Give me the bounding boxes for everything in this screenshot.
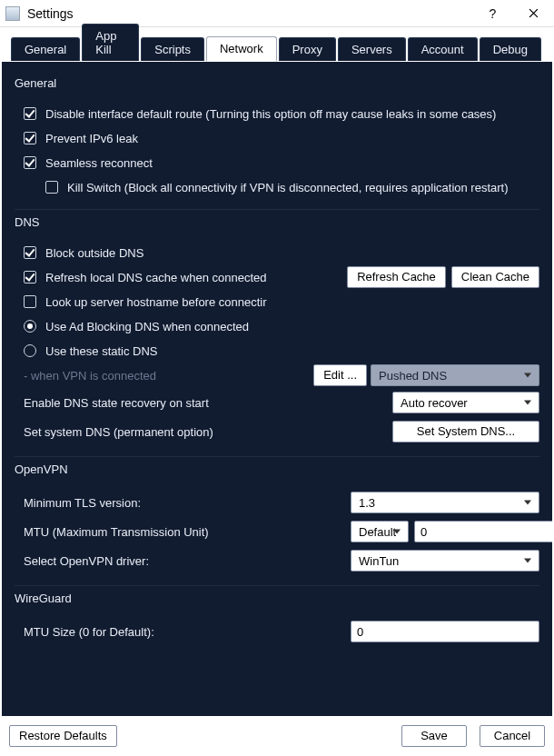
close-button[interactable] <box>513 0 554 27</box>
label-openvpn-driver: Select OpenVPN driver: <box>15 554 149 568</box>
checkbox-disable-route[interactable] <box>24 107 36 120</box>
tab-label: Proxy <box>292 43 322 56</box>
openvpn-driver-select[interactable]: WinTun <box>351 550 539 572</box>
set-system-dns-button[interactable]: Set System DNS... <box>392 421 539 443</box>
openvpn-mtu-input[interactable] <box>414 521 552 542</box>
label-use-adblock-dns: Use Ad Blocking DNS when connected <box>45 320 249 333</box>
section-wireguard: MTU Size (0 for Default): <box>15 611 539 656</box>
dns-recovery-select[interactable]: Auto recover <box>392 392 539 413</box>
select-value: Pushed DNS <box>379 369 447 383</box>
save-button[interactable]: Save <box>401 725 467 747</box>
select-value: 1.3 <box>359 496 375 510</box>
edit-dns-button[interactable]: Edit ... <box>313 364 367 386</box>
label-wireguard-mtu: MTU Size (0 for Default): <box>15 625 154 639</box>
tab-servers[interactable]: Servers <box>338 37 406 61</box>
tab-general[interactable]: General <box>11 37 80 61</box>
tab-app-kill[interactable]: App Kill <box>82 24 139 61</box>
close-icon <box>529 8 539 18</box>
label-lookup-hostname: Look up server hostname before connectir <box>45 295 267 309</box>
clean-cache-button[interactable]: Clean Cache <box>451 266 539 288</box>
section-title-dns: DNS <box>15 215 539 229</box>
section-general: Disable interface default route (Turning… <box>15 95 539 210</box>
tab-label: Scripts <box>154 43 191 56</box>
checkbox-seamless-reconnect[interactable] <box>24 156 36 169</box>
restore-defaults-button[interactable]: Restore Defaults <box>9 725 117 747</box>
checkbox-prevent-ipv6[interactable] <box>24 132 36 144</box>
tab-label: General <box>25 43 66 56</box>
section-title-general: General <box>15 76 539 90</box>
label-block-outside-dns: Block outside DNS <box>45 246 143 260</box>
label-when-vpn-connected: - when VPN is connected <box>24 369 156 383</box>
tab-label: App Kill <box>95 29 116 56</box>
min-tls-select[interactable]: 1.3 <box>351 492 539 513</box>
label-kill-switch: Kill Switch (Block all connectivity if V… <box>67 181 509 194</box>
label-set-system-dns: Set system DNS (permanent option) <box>15 425 213 439</box>
radio-use-static-dns[interactable] <box>24 344 36 357</box>
tab-label: Account <box>421 43 464 56</box>
checkbox-refresh-local-dns[interactable] <box>24 271 36 284</box>
section-title-wireguard: WireGuard <box>15 592 539 605</box>
section-dns: Block outside DNS Refresh local DNS cach… <box>15 234 539 457</box>
radio-use-adblock-dns[interactable] <box>24 320 36 333</box>
label-seamless-reconnect: Seamless reconnect <box>45 156 153 170</box>
help-button[interactable]: ? <box>472 0 513 27</box>
dialog-footer: Restore Defaults Save Cancel <box>0 716 554 756</box>
tab-label: Debug <box>493 43 528 56</box>
label-prevent-ipv6: Prevent IPv6 leak <box>45 132 138 145</box>
app-icon <box>5 6 20 21</box>
label-refresh-local-dns: Refresh local DNS cache when connected <box>45 271 267 284</box>
openvpn-mtu-mode-select[interactable]: Default <box>351 521 409 542</box>
tabstrip: General App Kill Scripts Network Proxy S… <box>0 35 554 62</box>
select-value: WinTun <box>359 554 399 568</box>
label-min-tls: Minimum TLS version: <box>15 496 141 510</box>
tab-account[interactable]: Account <box>408 37 478 61</box>
checkbox-lookup-hostname[interactable] <box>24 295 36 308</box>
tab-scripts[interactable]: Scripts <box>141 37 204 61</box>
pushed-dns-select[interactable]: Pushed DNS <box>371 364 539 386</box>
checkbox-block-outside-dns[interactable] <box>24 246 36 259</box>
tab-debug[interactable]: Debug <box>480 37 541 61</box>
window-title: Settings <box>27 6 472 21</box>
tab-proxy[interactable]: Proxy <box>279 37 336 61</box>
cancel-button[interactable]: Cancel <box>480 725 545 747</box>
select-value: Default <box>359 525 396 539</box>
label-disable-route: Disable interface default route (Turning… <box>45 107 496 121</box>
label-use-static-dns: Use these static DNS <box>45 344 158 358</box>
section-title-openvpn: OpenVPN <box>15 463 539 476</box>
wireguard-mtu-input[interactable] <box>351 621 539 642</box>
label-dns-recovery: Enable DNS state recovery on start <box>15 396 209 410</box>
section-openvpn: Minimum TLS version: 1.3 MTU (Maximum Tr… <box>15 482 539 586</box>
label-openvpn-mtu: MTU (Maximum Transmission Unit) <box>15 525 209 539</box>
tab-network[interactable]: Network <box>206 36 277 62</box>
checkbox-kill-switch[interactable] <box>45 181 58 194</box>
tab-label: Network <box>220 42 263 55</box>
tab-content-network: General Disable interface default route … <box>2 62 552 719</box>
refresh-cache-button[interactable]: Refresh Cache <box>347 266 446 288</box>
select-value: Auto recover <box>401 396 468 410</box>
tab-label: Servers <box>351 43 392 56</box>
